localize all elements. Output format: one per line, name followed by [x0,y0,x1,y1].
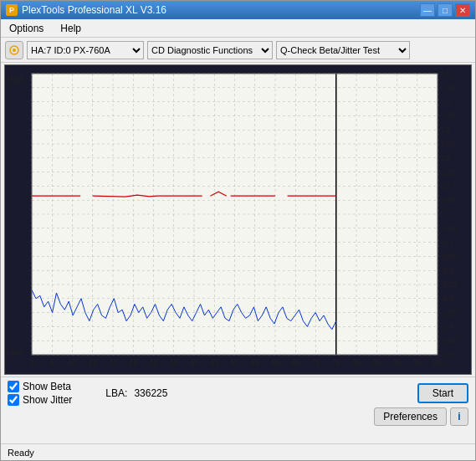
svg-point-1 [13,49,16,52]
show-jitter-checkbox[interactable] [8,394,19,406]
show-beta-checkbox-label[interactable]: Show Beta [8,381,72,392]
info-button[interactable]: i [450,407,468,426]
lba-label: LBA: [105,387,127,399]
close-button[interactable]: ✕ [455,3,470,17]
maximize-button[interactable]: □ [438,3,453,17]
bottom-right-buttons: Preferences i [374,407,468,426]
title-bar: P PlexTools Professional XL V3.16 — □ ✕ [1,1,475,19]
bottom-panel: Show Beta Show Jitter LBA: 336225 Start … [1,376,475,443]
main-window: P PlexTools Professional XL V3.16 — □ ✕ … [0,0,476,461]
preferences-button[interactable]: Preferences [374,407,447,426]
show-beta-label: Show Beta [23,381,71,392]
chart-canvas [5,65,472,375]
bottom-row2: Preferences i [8,407,468,426]
bottom-row1: Show Beta Show Jitter LBA: 336225 Start [8,381,468,406]
show-jitter-checkbox-label[interactable]: Show Jitter [8,394,72,406]
chart-area [4,64,472,375]
lba-section: LBA: 336225 [105,387,167,399]
start-button[interactable]: Start [417,383,468,403]
lba-value: 336225 [134,387,167,399]
function-select[interactable]: CD Diagnostic Functions [147,41,273,59]
test-select[interactable]: Q-Check Beta/Jitter Test [276,41,410,59]
window-title: PlexTools Professional XL V3.16 [22,4,166,16]
title-bar-left: P PlexTools Professional XL V3.16 [6,4,166,16]
toolbar: HA:7 ID:0 PX-760A CD Diagnostic Function… [1,38,475,63]
status-text: Ready [8,448,34,458]
show-beta-checkbox[interactable] [8,381,19,392]
menu-help[interactable]: Help [55,21,86,36]
app-icon: P [6,4,18,16]
minimize-button[interactable]: — [420,3,435,17]
status-bar: Ready [1,443,475,460]
title-buttons: — □ ✕ [420,3,470,17]
drive-select[interactable]: HA:7 ID:0 PX-760A [27,41,144,59]
show-jitter-label: Show Jitter [23,394,72,406]
menu-options[interactable]: Options [4,21,49,36]
drive-icon-btn[interactable] [5,41,23,59]
menu-bar: Options Help [1,19,475,38]
